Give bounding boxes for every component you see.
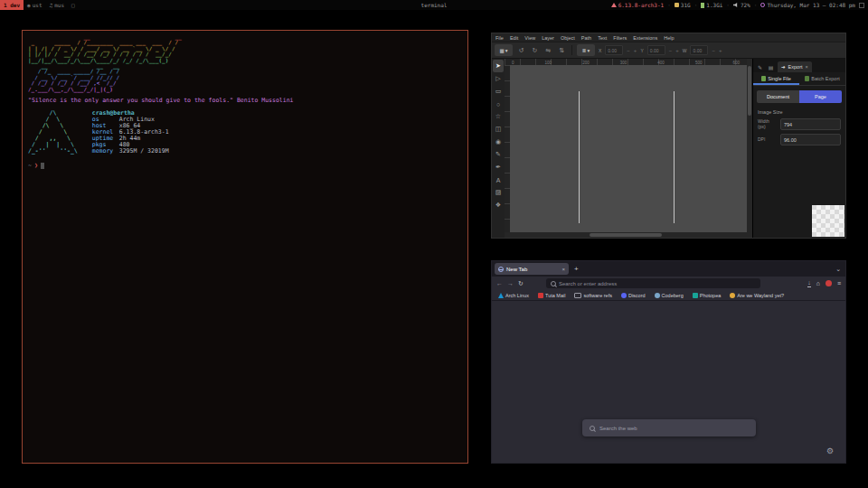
downloads-button[interactable]: ↓: [807, 280, 811, 287]
shell-prompt[interactable]: ~ ❯: [28, 163, 462, 169]
bookmark-discord[interactable]: Discord: [621, 293, 646, 298]
layers-panel-icon[interactable]: ▤: [767, 64, 775, 72]
terminal-window[interactable]: __ __ _ _____ / /________ ____ ___ ___ /…: [22, 30, 468, 464]
banner-line: /_.___/\__,_/\___/_/|_|(_): [28, 87, 462, 92]
workspace-ust[interactable]: ◉ust: [24, 0, 45, 10]
w-plus-stepper[interactable]: +: [719, 48, 722, 53]
menu-filters[interactable]: Filters: [613, 35, 627, 41]
status-modules: 6.13.8-arch3-1 · 31G · 1.3Gi · 72% · Thu…: [611, 2, 868, 8]
square-icon: □: [71, 2, 75, 8]
selection-mode-dropdown[interactable]: ▦▾: [495, 44, 513, 56]
x-plus-stepper[interactable]: +: [634, 48, 637, 53]
export-scope-segment: Document Page: [757, 90, 842, 103]
flip-vertical-button[interactable]: ⇅: [557, 47, 567, 54]
separator: ·: [754, 2, 758, 8]
tab-single-file[interactable]: Single File: [753, 72, 799, 85]
workspace-mus[interactable]: ♫mus: [46, 0, 68, 10]
memory-module: 1.3Gi: [701, 2, 722, 8]
document-scope-button[interactable]: Document: [757, 90, 799, 103]
personalize-gear-icon[interactable]: ⚙: [826, 447, 834, 455]
menu-file[interactable]: File: [495, 35, 504, 41]
box3d-tool[interactable]: ◫: [493, 123, 504, 136]
bookmark-codeberg[interactable]: Codeberg: [655, 293, 684, 298]
document-icon: [761, 76, 766, 81]
node-tool[interactable]: ▷: [493, 72, 504, 85]
tab-new-tab[interactable]: New Tab ×: [495, 263, 569, 275]
pencil-panel-icon[interactable]: ✎: [756, 64, 764, 72]
close-icon[interactable]: ×: [806, 64, 808, 70]
canvas[interactable]: [510, 65, 747, 232]
dpi-input[interactable]: 96.00: [780, 134, 841, 145]
tab-batch-export[interactable]: Batch Export: [799, 72, 845, 85]
width-input[interactable]: 794: [780, 118, 841, 130]
w-field[interactable]: 0.00: [690, 45, 708, 55]
search-placeholder: Search the web: [599, 426, 637, 431]
dpi-label: DPI: [758, 137, 778, 143]
forward-button[interactable]: →: [507, 280, 514, 286]
grid-icon: ▦: [500, 48, 505, 53]
extension-icon[interactable]: [826, 280, 832, 286]
dropper-tool[interactable]: ❖: [493, 199, 504, 211]
spiral-tool[interactable]: ◉: [493, 136, 504, 148]
bookmark-photopea[interactable]: Photopea: [693, 293, 722, 298]
menu-layer[interactable]: Layer: [542, 35, 554, 41]
x-field[interactable]: 0.00: [605, 45, 623, 55]
bookmark-are-we-wayland-yet[interactable]: Are we Wayland yet?: [730, 293, 784, 298]
rectangle-tool[interactable]: ▭: [493, 85, 504, 98]
menu-bar: File Edit View Layer Object Path Text Fi…: [492, 33, 845, 42]
y-plus-stepper[interactable]: +: [675, 48, 679, 53]
globe-icon: [498, 267, 504, 272]
tray-icon[interactable]: [859, 3, 864, 8]
x-minus-stepper[interactable]: −: [627, 48, 630, 53]
workspace-empty[interactable]: □: [68, 0, 79, 10]
list-tabs-chevron-icon[interactable]: ⌄: [835, 266, 841, 273]
desktop: 1 dev ◉ust ♫mus □ terminal 6.13.8-arch3-…: [0, 0, 868, 488]
y-minus-stepper[interactable]: −: [669, 48, 673, 53]
menu-view[interactable]: View: [524, 35, 535, 41]
y-field[interactable]: 0.00: [647, 45, 665, 55]
scrollbar-thumb[interactable]: [590, 233, 662, 237]
menu-text[interactable]: Text: [598, 35, 607, 41]
tab-close-icon[interactable]: ×: [561, 267, 565, 272]
workspace-dev[interactable]: 1 dev: [0, 0, 24, 10]
rotate-cw-button[interactable]: ↻: [530, 47, 540, 54]
bookmark-tuta-mail[interactable]: Tuta Mail: [538, 293, 565, 298]
menu-help[interactable]: Help: [664, 35, 674, 41]
pen-tool[interactable]: ✒: [493, 161, 504, 174]
export-panel-tab[interactable]: ➔ Export ×: [778, 61, 812, 72]
back-button[interactable]: ←: [496, 280, 503, 286]
bookmark-arch-linux[interactable]: Arch Linux: [498, 293, 529, 298]
urlbar-placeholder: Search or enter address: [559, 281, 617, 286]
reload-button[interactable]: ↻: [518, 280, 524, 287]
new-tab-button[interactable]: +: [574, 265, 579, 273]
page-scope-button[interactable]: Page: [799, 90, 842, 103]
tool-options-bar: ▦▾ ↺ ↻ ⇋ ⇅ ≣▾ X 0.00 −+ Y 0.00 −+ W 0.00…: [492, 42, 845, 59]
gradient-tool[interactable]: ▨: [493, 186, 504, 199]
menu-object[interactable]: Object: [561, 35, 575, 41]
menu-edit[interactable]: Edit: [510, 35, 518, 41]
flip-horizontal-button[interactable]: ⇋: [543, 47, 553, 54]
star-tool[interactable]: ☆: [493, 110, 504, 123]
menu-extensions[interactable]: Extensions: [633, 35, 657, 41]
web-search-input[interactable]: Search the web: [582, 419, 756, 436]
menu-button[interactable]: ≡: [837, 280, 841, 286]
home-button[interactable]: ⌂: [816, 280, 820, 286]
navigation-bar: ← → ↻ Search or enter address ↓ ⌂ ≡: [492, 277, 845, 290]
search-icon: [551, 281, 556, 286]
workspace-list: 1 dev ◉ust ♫mus □: [0, 0, 79, 10]
selector-tool[interactable]: ➤: [493, 60, 504, 72]
ellipse-tool[interactable]: ○: [493, 98, 504, 110]
scrollbar-thumb[interactable]: [748, 66, 751, 116]
zorder-dropdown[interactable]: ≣▾: [577, 44, 595, 56]
tab-bar: New Tab × + ⌄: [492, 261, 845, 277]
pencil-tool[interactable]: ✎: [493, 148, 504, 161]
x-field-label: X: [599, 48, 601, 53]
fetch-row: memory3295M / 32019M: [92, 148, 169, 155]
menu-path[interactable]: Path: [581, 35, 591, 41]
text-tool[interactable]: A: [493, 174, 504, 186]
rotate-ccw-button[interactable]: ↺: [516, 47, 526, 54]
horizontal-scrollbar[interactable]: [505, 232, 747, 238]
url-bar[interactable]: Search or enter address: [546, 278, 760, 288]
bookmark-folder-software-refs[interactable]: software refs: [574, 293, 611, 298]
w-minus-stepper[interactable]: −: [712, 48, 715, 53]
